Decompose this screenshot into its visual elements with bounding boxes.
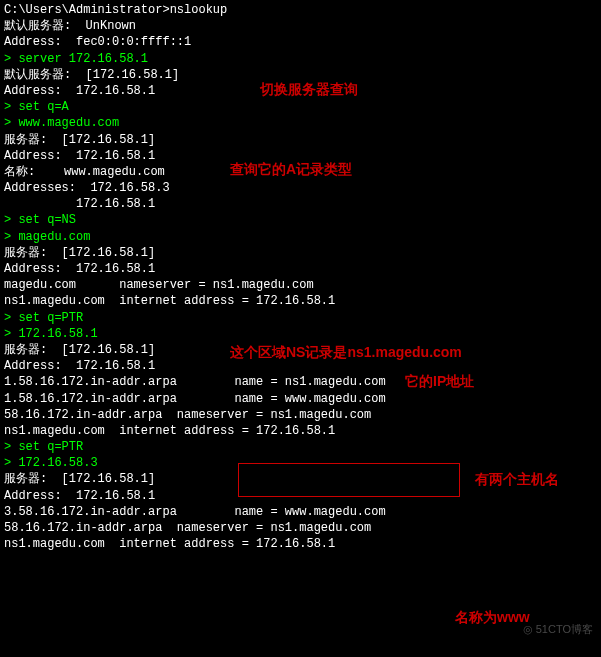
command-line: > www.magedu.com — [4, 115, 597, 131]
watermark: ◎ 51CTO博客 — [523, 622, 593, 637]
command-line: > server 172.16.58.1 — [4, 51, 597, 67]
watermark-icon: ◎ — [523, 623, 533, 635]
highlight-box — [238, 463, 460, 497]
output-line: 默认服务器: UnKnown — [4, 18, 597, 34]
output-line: 58.16.172.in-addr.arpa nameserver = ns1.… — [4, 407, 597, 423]
annotation-switch-server: 切换服务器查询 — [260, 80, 358, 99]
annotation-text: 名称为 — [455, 609, 497, 625]
annotation-ns-record: 这个区域NS记录是ns1.magedu.com — [230, 343, 462, 362]
output-line: Address: fec0:0:0:ffff::1 — [4, 34, 597, 50]
command-line: > set q=NS — [4, 212, 597, 228]
command-line: > magedu.com — [4, 229, 597, 245]
command-line: > set q=PTR — [4, 439, 597, 455]
output-line: 58.16.172.in-addr.arpa nameserver = ns1.… — [4, 520, 597, 536]
annotation-name-www: 名称为www — [455, 608, 530, 627]
output-line: 服务器: [172.16.58.1] — [4, 132, 597, 148]
annotation-highlight: ns1.magedu.com — [347, 344, 461, 360]
output-line: Addresses: 172.16.58.3 — [4, 180, 597, 196]
command-line: > 172.16.58.1 — [4, 326, 597, 342]
output-line: magedu.com nameserver = ns1.magedu.com — [4, 277, 597, 293]
output-line: 1.58.16.172.in-addr.arpa name = www.mage… — [4, 391, 597, 407]
output-line: 服务器: [172.16.58.1] — [4, 245, 597, 261]
output-line: 3.58.16.172.in-addr.arpa name = www.mage… — [4, 504, 597, 520]
output-line: ns1.magedu.com internet address = 172.16… — [4, 293, 597, 309]
output-line: 1.58.16.172.in-addr.arpa name = ns1.mage… — [4, 374, 597, 390]
command-line: > set q=A — [4, 99, 597, 115]
output-line: Address: 172.16.58.1 — [4, 261, 597, 277]
output-line: ns1.magedu.com internet address = 172.16… — [4, 423, 597, 439]
output-line: 172.16.58.1 — [4, 196, 597, 212]
output-line: ns1.magedu.com internet address = 172.16… — [4, 536, 597, 552]
command-line: > set q=PTR — [4, 310, 597, 326]
annotation-ip-address: 它的IP地址 — [405, 372, 474, 391]
annotation-a-record: 查询它的A记录类型 — [230, 160, 352, 179]
watermark-text: 51CTO博客 — [536, 623, 593, 635]
annotation-text: 这个区域NS记录是 — [230, 344, 347, 360]
prompt-line: C:\Users\Administrator>nslookup — [4, 2, 597, 18]
annotation-two-hosts: 有两个主机名 — [475, 470, 559, 489]
